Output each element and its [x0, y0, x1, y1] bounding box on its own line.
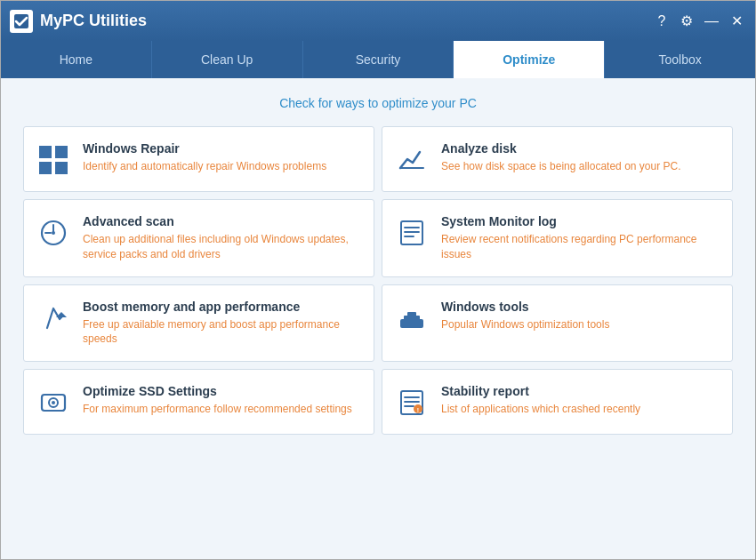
card-windows-repair-desc: Identify and automatically repair Window… [83, 159, 359, 174]
card-analyze-disk[interactable]: Analyze disk See how disk space is being… [382, 126, 733, 192]
card-advanced-scan-title: Advanced scan [83, 214, 359, 228]
card-boost-memory-title: Boost memory and app performance [83, 300, 359, 314]
advanced-scan-icon [36, 216, 70, 250]
tab-home[interactable]: Home [1, 41, 152, 78]
svg-rect-2 [55, 146, 68, 158]
title-controls: ? ⚙ — ✕ [652, 12, 746, 31]
card-stability-report-title: Stability report [441, 384, 718, 398]
tab-toolbox[interactable]: Toolbox [605, 41, 755, 78]
nav-bar: Home Clean Up Security Optimize Toolbox [1, 41, 755, 78]
card-analyze-disk-title: Analyze disk [441, 141, 718, 156]
card-optimize-ssd-desc: For maximum performance follow recommend… [83, 402, 359, 417]
card-windows-tools[interactable]: Windows tools Popular Windows optimizati… [382, 284, 733, 363]
analyze-disk-icon [395, 143, 429, 177]
windows-tools-icon [395, 301, 429, 335]
svg-text:!: ! [417, 407, 419, 413]
card-windows-repair[interactable]: Windows Repair Identify and automaticall… [23, 126, 374, 192]
close-button[interactable]: ✕ [727, 12, 746, 31]
card-optimize-ssd[interactable]: Optimize SSD Settings For maximum perfor… [23, 369, 374, 435]
card-boost-memory-desc: Free up available memory and boost app p… [83, 317, 359, 348]
card-system-monitor[interactable]: System Monitor log Review recent notific… [382, 199, 733, 277]
minimize-button[interactable]: — [702, 12, 721, 31]
svg-rect-4 [55, 162, 68, 174]
card-windows-tools-desc: Popular Windows optimization tools [441, 317, 718, 332]
card-grid: Windows Repair Identify and automaticall… [23, 126, 733, 435]
card-analyze-disk-desc: See how disk space is being allocated on… [441, 159, 718, 174]
svg-point-8 [52, 231, 55, 235]
svg-rect-10 [401, 221, 422, 244]
windows-repair-icon [36, 143, 70, 177]
card-boost-memory[interactable]: Boost memory and app performance Free up… [23, 284, 374, 363]
optimize-ssd-icon [36, 386, 70, 420]
tab-security[interactable]: Security [303, 41, 454, 78]
tab-optimize[interactable]: Optimize [454, 41, 605, 78]
tab-cleanup[interactable]: Clean Up [152, 41, 303, 78]
card-stability-report-desc: List of applications which crashed recen… [441, 402, 718, 417]
page-subtitle: Check for ways to optimize your PC [23, 96, 733, 110]
main-content: Check for ways to optimize your PC Windo… [1, 78, 755, 560]
card-advanced-scan-desc: Clean up additional files including old … [83, 232, 359, 262]
svg-point-20 [52, 401, 55, 404]
card-optimize-ssd-title: Optimize SSD Settings [83, 384, 359, 398]
card-system-monitor-title: System Monitor log [441, 214, 718, 228]
card-system-monitor-desc: Review recent notifications regarding PC… [441, 232, 718, 262]
svg-rect-1 [39, 146, 52, 158]
help-button[interactable]: ? [652, 12, 672, 31]
card-stability-report[interactable]: ! Stability report List of applications … [382, 369, 733, 435]
title-bar: MyPC Utilities ? ⚙ — ✕ [1, 1, 755, 41]
settings-button[interactable]: ⚙ [677, 12, 696, 31]
stability-report-icon: ! [395, 386, 429, 420]
title-left: MyPC Utilities [10, 10, 147, 33]
svg-rect-3 [39, 162, 52, 174]
system-monitor-icon [395, 216, 429, 250]
boost-memory-icon [36, 301, 70, 335]
app-title: MyPC Utilities [40, 12, 147, 30]
card-windows-tools-title: Windows tools [441, 300, 718, 314]
svg-rect-17 [407, 312, 416, 317]
app-icon [10, 10, 33, 33]
card-windows-repair-title: Windows Repair [83, 141, 359, 156]
card-advanced-scan[interactable]: Advanced scan Clean up additional files … [23, 199, 374, 277]
